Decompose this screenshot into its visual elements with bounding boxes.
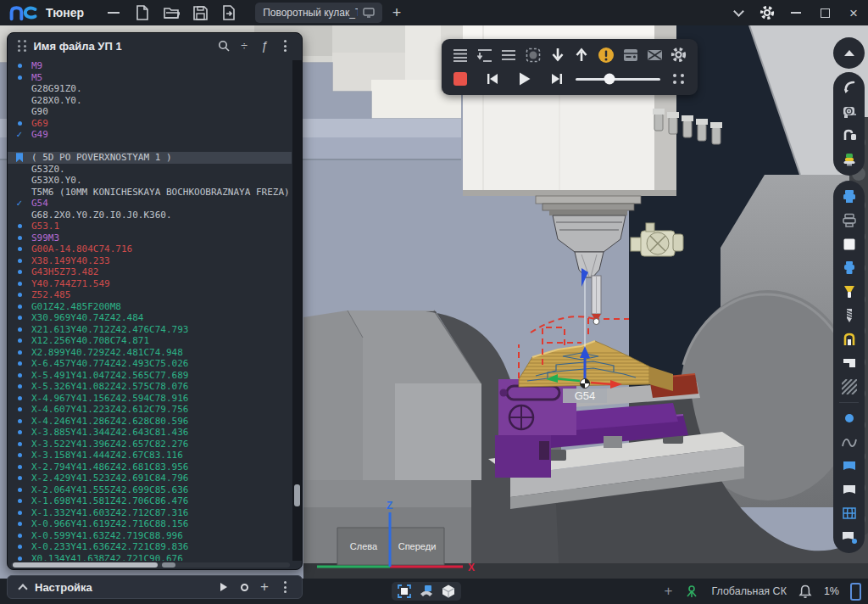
gcode-line[interactable]: X-0.599Y41.63Z42.719C88.996	[8, 530, 292, 542]
settings-gear-icon[interactable]	[753, 0, 782, 25]
toolbar-drag-handle[interactable]	[669, 69, 689, 89]
gcode-line[interactable]: X-4.607Y41.223Z42.612C79.756	[8, 404, 292, 416]
solid-view-icon[interactable]	[440, 584, 457, 599]
show-hatch-icon[interactable]	[833, 375, 865, 399]
gcode-line[interactable]: X-1.332Y41.603Z42.712C87.316	[8, 507, 292, 519]
gcode-line[interactable]: G53.1	[8, 221, 292, 232]
gcode-line[interactable]: X-0.233Y41.636Z42.721C89.836	[8, 541, 292, 553]
gcode-line[interactable]: G28X0.Y0.	[8, 95, 292, 107]
stock-solid-icon[interactable]	[833, 232, 865, 256]
document-tab[interactable]: Поворотный кулак_Т	[255, 3, 382, 23]
gcode-line[interactable]: X-2.429Y41.523Z42.691C84.796	[8, 473, 292, 484]
gcode-line[interactable]: X30.969Y40.74Z42.484	[8, 312, 292, 324]
horizontal-scrollbar-thumb[interactable]	[13, 562, 158, 568]
gcode-line[interactable]: ✓ G54	[8, 198, 292, 210]
gcode-line[interactable]: X21.613Y40.712Z42.476C74.793	[8, 324, 292, 336]
vertical-scrollbar-thumb[interactable]	[294, 484, 300, 506]
add-setup-icon[interactable]: +	[254, 577, 275, 597]
gcode-line[interactable]: G01Z42.485F200M8	[8, 301, 292, 313]
gcode-line[interactable]: G53Z0.	[8, 164, 292, 176]
show-point-icon[interactable]	[833, 406, 865, 430]
justify-lines-icon[interactable]	[450, 45, 470, 65]
coordinate-system-label[interactable]: Глобальная СК	[711, 585, 787, 597]
gcode-line[interactable]: X-2.064Y41.555Z42.699C85.636	[8, 484, 292, 496]
selection-target-icon[interactable]	[523, 45, 543, 65]
gcode-line[interactable]: Z52.485	[8, 289, 292, 301]
vertical-scrollbar[interactable]	[292, 60, 302, 561]
selection-mode-icon[interactable]	[396, 584, 413, 599]
gcode-line[interactable]: X12.256Y40.708C74.871	[8, 335, 292, 347]
gcode-line[interactable]: T5M6 (10MM KONICHESKAYA BOCHKOOBRAZNAYA …	[8, 187, 292, 199]
open-folder-icon[interactable]	[157, 0, 186, 25]
flag-blue-icon[interactable]	[833, 454, 865, 478]
gcode-line[interactable]: X-3.158Y41.444Z42.67C83.116	[8, 450, 292, 461]
gcode-line[interactable]: G69	[8, 118, 292, 130]
gcode-line[interactable]: X-5.491Y41.047Z42.565C77.689	[8, 370, 292, 382]
show-vise-icon[interactable]	[833, 351, 865, 375]
gcode-line[interactable]: X-3.885Y41.344Z42.643C81.436	[8, 427, 292, 439]
gcode-list[interactable]: M9 M5 G28G91Z0. G28X0.Y0. G90 G69 ✓ G49 …	[8, 60, 292, 561]
gcode-line[interactable]: G00A-14.804C74.716	[8, 243, 292, 255]
minimize-button[interactable]	[782, 0, 810, 25]
gcode-line[interactable]: ✓ G49	[8, 129, 292, 141]
wrap-lines-icon[interactable]	[498, 45, 519, 65]
record-circle-icon[interactable]	[234, 577, 254, 597]
show-tool-active-icon[interactable]	[833, 185, 865, 209]
speed-slider[interactable]	[576, 70, 660, 87]
settings-menu-icon[interactable]	[275, 577, 295, 597]
show-curve-icon[interactable]	[833, 430, 865, 454]
gcode-line[interactable]: X-4.967Y41.156Z42.594C78.916	[8, 393, 292, 405]
function-icon[interactable]: ƒ	[254, 36, 275, 56]
horizontal-scrollbar[interactable]	[11, 562, 290, 568]
save-icon[interactable]	[186, 0, 214, 25]
gcode-line[interactable]: G53X0.Y0.	[8, 175, 292, 187]
show-drill-icon[interactable]	[833, 304, 865, 327]
speed-slider-handle[interactable]	[604, 74, 615, 85]
chevron-down-icon[interactable]	[724, 0, 753, 25]
toolbar-settings-gear-icon[interactable]	[669, 45, 689, 65]
show-holder-icon[interactable]	[833, 256, 865, 280]
play-button[interactable]	[515, 69, 535, 89]
skip-start-button[interactable]	[482, 69, 503, 89]
toolpath-visibility-icon[interactable]	[644, 45, 665, 65]
spray-coolant-icon[interactable]	[833, 76, 865, 100]
gcode-line[interactable]: X2.899Y40.729Z42.481C74.948	[8, 347, 292, 359]
export-file-icon[interactable]	[214, 0, 243, 25]
show-spindle-icon[interactable]	[833, 280, 865, 304]
gcode-line[interactable]: X-0.966Y41.619Z42.716C88.156	[8, 518, 292, 530]
collapse-chevron-icon[interactable]	[18, 584, 27, 593]
panel-drag-handle-icon[interactable]	[18, 40, 27, 52]
new-tab-button[interactable]: +	[382, 0, 411, 25]
mesh-surface-icon[interactable]	[833, 501, 865, 525]
skip-end-button[interactable]	[547, 69, 567, 89]
tool-assembly-icon[interactable]	[833, 148, 865, 171]
notifications-bell-icon[interactable]	[798, 584, 813, 599]
step-up-icon[interactable]	[571, 45, 592, 65]
gcode-line[interactable]: X0.134Y41.638Z42.721C90.676	[8, 553, 292, 562]
fixture-clamp-icon[interactable]	[833, 124, 865, 148]
flag-report-icon[interactable]	[833, 525, 865, 549]
coordinate-system-icon[interactable]	[683, 584, 700, 599]
gcode-line[interactable]: ( 5D PO POVERXNOSTYAM 1 )	[8, 152, 292, 164]
stop-button[interactable]	[450, 69, 470, 89]
gcode-line[interactable]: M9	[8, 60, 292, 72]
show-clamp-icon[interactable]	[833, 327, 865, 351]
add-coordinate-system-button[interactable]: +	[664, 583, 672, 600]
probe-head-icon[interactable]	[833, 100, 865, 124]
gcode-line[interactable]: X-5.326Y41.082Z42.575C78.076	[8, 381, 292, 393]
gcode-line[interactable]: X-2.794Y41.486Z42.681C83.956	[8, 461, 292, 473]
gcode-line[interactable]: G28G91Z0.	[8, 83, 292, 95]
simulation-mode-icon[interactable]	[418, 584, 435, 599]
search-icon[interactable]	[214, 36, 234, 56]
gcode-line[interactable]: X38.149Y40.233	[8, 255, 292, 267]
gcode-line[interactable]: M5	[8, 72, 292, 84]
gcode-line[interactable]: G68.2X0.Y0.Z0.I0.J0.K360.	[8, 210, 292, 221]
maximize-button[interactable]	[810, 0, 839, 25]
goto-line-icon[interactable]	[475, 45, 495, 65]
flag-white-icon[interactable]	[833, 478, 865, 501]
panel-menu-icon[interactable]	[275, 36, 295, 56]
gcode-line[interactable]: Y40.744Z71.549	[8, 278, 292, 290]
new-file-icon[interactable]	[128, 0, 157, 25]
gcode-line[interactable]: G43H5Z73.482	[8, 266, 292, 278]
registers-table-icon[interactable]	[620, 45, 641, 65]
